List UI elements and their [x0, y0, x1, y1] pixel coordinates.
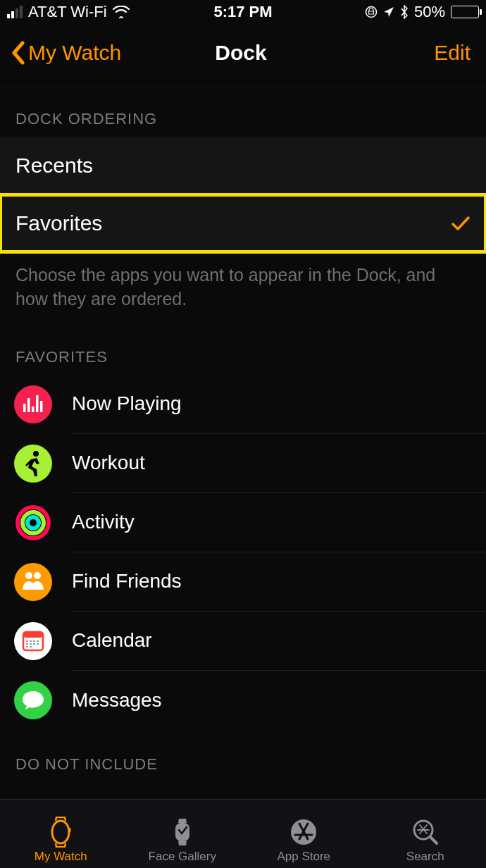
favorite-label: Workout	[72, 434, 486, 493]
svg-point-9	[27, 517, 39, 528]
back-button[interactable]: My Watch	[11, 41, 164, 65]
edit-button[interactable]: Edit	[318, 41, 475, 65]
tab-app-store[interactable]: App Store	[243, 800, 365, 868]
messages-icon	[14, 681, 52, 719]
recents-label: Recents	[15, 154, 93, 178]
content-scroll[interactable]: DOCK ORDERING Recents Favorites Choose t…	[0, 82, 486, 799]
svg-rect-23	[30, 646, 32, 647]
checkmark-icon	[451, 216, 471, 231]
tab-my-watch[interactable]: My Watch	[0, 800, 122, 868]
favorite-label: Activity	[72, 493, 486, 552]
favorite-row[interactable]: Now Playing	[0, 375, 486, 434]
favorite-row[interactable]: Find Friends	[0, 552, 486, 612]
svg-rect-20	[33, 643, 35, 645]
tab-label: Search	[406, 850, 444, 864]
svg-rect-16	[33, 640, 35, 642]
find-friends-icon	[14, 563, 52, 601]
svg-point-6	[33, 451, 39, 457]
svg-rect-14	[26, 640, 28, 642]
favorite-row[interactable]: Messages	[0, 671, 486, 730]
svg-point-11	[34, 572, 41, 579]
tab-bar: My Watch Face Gallery App Store Search	[0, 799, 486, 868]
do-not-include-header: DO NOT INCLUDE	[0, 730, 486, 782]
carrier-label: AT&T Wi-Fi	[28, 3, 107, 21]
tab-label: Face Gallery	[149, 850, 216, 864]
battery-icon	[451, 6, 479, 18]
favorites-header: FAVORITES	[0, 323, 486, 375]
search-icon	[411, 817, 440, 847]
page-title: Dock	[164, 41, 317, 65]
svg-rect-21	[37, 643, 39, 645]
svg-rect-2	[27, 398, 30, 412]
favorite-label: Now Playing	[72, 375, 486, 434]
svg-rect-18	[26, 643, 28, 645]
svg-rect-13	[23, 632, 43, 638]
nav-bar: My Watch Dock Edit	[0, 24, 486, 82]
now-playing-icon	[14, 385, 52, 423]
tab-face-gallery[interactable]: Face Gallery	[122, 800, 244, 868]
svg-rect-15	[30, 640, 32, 642]
tab-search[interactable]: Search	[365, 800, 487, 868]
workout-icon	[14, 445, 52, 483]
favorites-list: Now Playing Workout Activity Find Friend…	[0, 375, 486, 730]
svg-rect-4	[36, 395, 39, 412]
back-label: My Watch	[28, 41, 121, 65]
favorite-label: Calendar	[72, 612, 486, 671]
bluetooth-icon	[400, 5, 409, 19]
status-time: 5:17 PM	[164, 3, 321, 21]
status-bar: AT&T Wi-Fi 5:17 PM 50%	[0, 0, 486, 24]
activity-icon	[14, 504, 52, 542]
svg-rect-22	[26, 646, 28, 647]
svg-rect-17	[37, 640, 39, 642]
favorites-label: Favorites	[15, 211, 102, 235]
wifi-icon	[113, 6, 130, 18]
dock-ordering-footer: Choose the apps you want to appear in th…	[0, 252, 486, 323]
app-store-icon	[289, 817, 318, 847]
recents-row[interactable]: Recents	[0, 137, 486, 194]
svg-rect-3	[32, 407, 35, 412]
watch-icon	[46, 817, 75, 847]
favorite-label: Find Friends	[72, 552, 486, 612]
face-gallery-icon	[168, 817, 197, 847]
favorite-row[interactable]: Activity	[0, 493, 486, 552]
svg-rect-19	[30, 643, 32, 645]
battery-pct: 50%	[414, 3, 445, 21]
favorite-label: Messages	[72, 671, 486, 730]
favorites-row[interactable]: Favorites	[0, 194, 486, 252]
svg-rect-1	[23, 404, 26, 412]
dock-ordering-group: Recents Favorites	[0, 137, 486, 252]
favorite-row[interactable]: Workout	[0, 434, 486, 493]
location-icon	[383, 6, 394, 18]
calendar-icon	[14, 622, 52, 660]
rotation-lock-icon	[365, 6, 378, 18]
tab-label: App Store	[277, 850, 330, 864]
cellular-signal-icon	[7, 6, 23, 18]
favorite-row[interactable]: Calendar	[0, 612, 486, 671]
chevron-left-icon	[11, 41, 25, 65]
tab-label: My Watch	[35, 850, 87, 864]
dock-ordering-header: DOCK ORDERING	[0, 82, 486, 137]
svg-point-24	[52, 821, 69, 843]
svg-rect-5	[40, 401, 43, 412]
svg-rect-25	[69, 828, 71, 832]
svg-point-10	[25, 572, 32, 579]
